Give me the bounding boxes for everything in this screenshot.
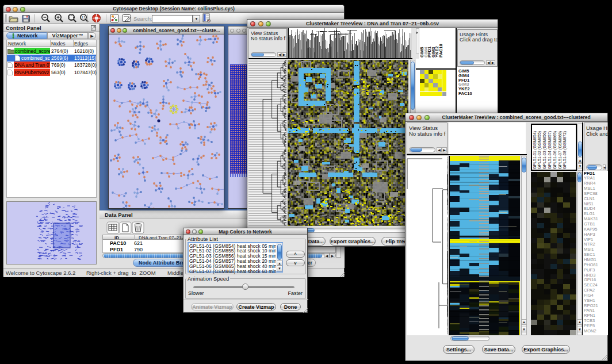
svg-text:1:1: 1:1	[82, 16, 86, 19]
